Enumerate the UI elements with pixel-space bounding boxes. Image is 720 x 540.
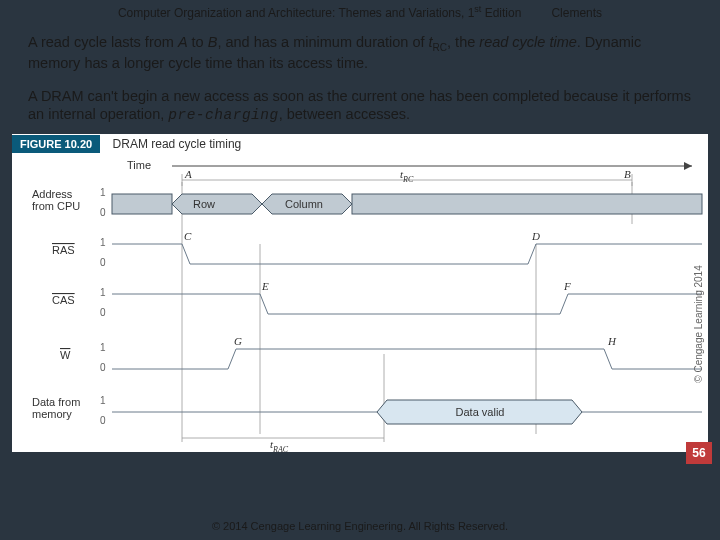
svg-marker-1 (684, 162, 692, 170)
svg-text:1: 1 (100, 287, 106, 298)
svg-text:RAS: RAS (52, 244, 75, 256)
svg-text:0: 0 (100, 207, 106, 218)
svg-text:0: 0 (100, 415, 106, 426)
svg-text:0: 0 (100, 257, 106, 268)
svg-text:Column: Column (285, 198, 323, 210)
svg-text:Row: Row (193, 198, 215, 210)
svg-text:1: 1 (100, 342, 106, 353)
svg-rect-18 (112, 194, 172, 214)
paragraph-2: A DRAM can't begin a new access as soon … (0, 77, 720, 128)
svg-text:1: 1 (100, 395, 106, 406)
slide-header: Computer Organization and Architecture: … (0, 0, 720, 23)
svg-text:1: 1 (100, 187, 106, 198)
svg-text:CAS: CAS (52, 294, 75, 306)
svg-text:C: C (184, 230, 192, 242)
svg-text:E: E (261, 280, 269, 292)
svg-text:Time: Time (127, 159, 151, 171)
svg-text:B: B (624, 168, 631, 180)
svg-rect-23 (352, 194, 702, 214)
author-name: Clements (551, 6, 602, 20)
edition-suffix: Edition (481, 6, 521, 20)
svg-text:tRC: tRC (400, 168, 414, 184)
paragraph-1: A read cycle lasts from A to B, and has … (0, 23, 720, 77)
copyright-footer: © 2014 Cengage Learning Engineering. All… (0, 520, 720, 532)
svg-text:A: A (184, 168, 192, 180)
svg-text:0: 0 (100, 307, 106, 318)
svg-text:G: G (234, 335, 242, 347)
svg-marker-19 (172, 194, 262, 214)
svg-text:H: H (607, 335, 617, 347)
figure-box: FIGURE 10.20 DRAM read cycle timing Time… (12, 134, 708, 452)
svg-text:W: W (60, 349, 71, 361)
svg-text:1: 1 (100, 237, 106, 248)
book-title: Computer Organization and Architecture: … (118, 6, 474, 20)
figure-label: FIGURE 10.20 (12, 135, 100, 153)
timing-diagram: Time A B tRC Address from CPU 1 0 Row Co… (12, 154, 708, 452)
figure-caption: DRAM read cycle timing (105, 137, 242, 151)
svg-text:tRAC: tRAC (270, 438, 289, 452)
svg-text:F: F (563, 280, 571, 292)
svg-text:Address: Address (32, 188, 73, 200)
svg-text:from CPU: from CPU (32, 200, 80, 212)
svg-text:Data valid: Data valid (456, 406, 505, 418)
svg-text:© Cengage Learning 2014: © Cengage Learning 2014 (693, 265, 704, 383)
svg-text:Data from: Data from (32, 396, 80, 408)
svg-text:memory: memory (32, 408, 72, 420)
svg-text:D: D (531, 230, 540, 242)
page-number-badge: 56 (686, 442, 712, 464)
svg-text:0: 0 (100, 362, 106, 373)
